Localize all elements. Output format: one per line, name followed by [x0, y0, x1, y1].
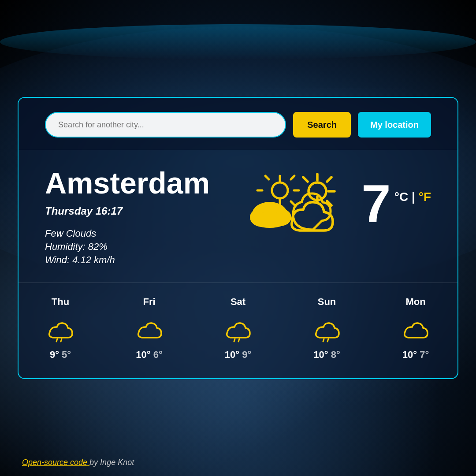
svg-line-24: [323, 339, 324, 342]
svg-line-22: [234, 339, 235, 342]
weather-info: Amsterdam Thursday 16:17 Few Clouds Humi…: [45, 168, 220, 268]
temps-sat: 10° 9°: [225, 349, 251, 361]
city-name: Amsterdam: [45, 168, 220, 198]
app-container: Search My location Amsterdam Thursday 16…: [18, 97, 458, 379]
forecast-icon-thu: [45, 313, 76, 344]
footer: Open-source code by Inge Knot: [22, 458, 134, 467]
svg-line-15: [327, 177, 331, 182]
search-button[interactable]: Search: [293, 112, 351, 138]
temps-mon: 10° 7°: [402, 349, 429, 361]
day-label-fri: Fri: [143, 296, 155, 308]
date-time: Thursday 16:17: [45, 205, 220, 217]
unit-separator: |: [412, 190, 419, 204]
humidity: Humidity: 82%: [45, 241, 220, 253]
svg-line-16: [303, 177, 308, 182]
svg-line-21: [61, 339, 62, 342]
forecast-icon-sun: [312, 313, 342, 344]
my-location-button[interactable]: My location: [358, 112, 431, 138]
forecast-day-thu: Thu 9° 5°: [45, 296, 76, 361]
day-label-sat: Sat: [231, 296, 245, 308]
temperature-area: 7 °C | °F: [361, 168, 431, 230]
temps-thu: 9° 5°: [50, 349, 71, 361]
forecast-day-sat: Sat 10° 9°: [223, 296, 253, 361]
day-label-sun: Sun: [318, 296, 336, 308]
svg-line-20: [56, 339, 57, 342]
forecast-icon-mon: [400, 313, 431, 344]
forecast-section: Thu 9° 5° Fri 10° 6° Sat: [19, 283, 457, 378]
fahrenheit-unit: °F: [419, 190, 431, 204]
day-label-mon: Mon: [405, 296, 425, 308]
forecast-icon-sat: [223, 313, 253, 344]
wind: Wind: 4.12 km/h: [45, 254, 220, 266]
search-input[interactable]: [45, 112, 286, 138]
weather-condition: Few Clouds: [45, 228, 220, 239]
temperature-value: 7: [361, 177, 391, 230]
svg-line-23: [238, 339, 239, 342]
search-section: Search My location: [19, 98, 457, 150]
temps-fri: 10° 6°: [136, 349, 162, 361]
horizon-gradient: [0, 24, 476, 60]
open-source-link[interactable]: Open-source code: [22, 458, 89, 467]
day-label-thu: Thu: [52, 296, 69, 308]
svg-line-25: [327, 339, 328, 342]
few-clouds-icon: [273, 168, 344, 238]
celsius-unit: °C: [394, 190, 408, 204]
forecast-day-mon: Mon 10° 7°: [400, 296, 431, 361]
temps-sun: 10° 8°: [313, 349, 340, 361]
unit-toggle[interactable]: °C | °F: [394, 190, 431, 204]
weather-icon-main: [256, 168, 361, 238]
forecast-day-sun: Sun 10° 8°: [312, 296, 342, 361]
temperature-units: °C | °F: [394, 177, 431, 204]
weather-main: Amsterdam Thursday 16:17 Few Clouds Humi…: [19, 150, 457, 283]
forecast-icon-fri: [134, 313, 165, 344]
forecast-day-fri: Fri 10° 6°: [134, 296, 165, 361]
